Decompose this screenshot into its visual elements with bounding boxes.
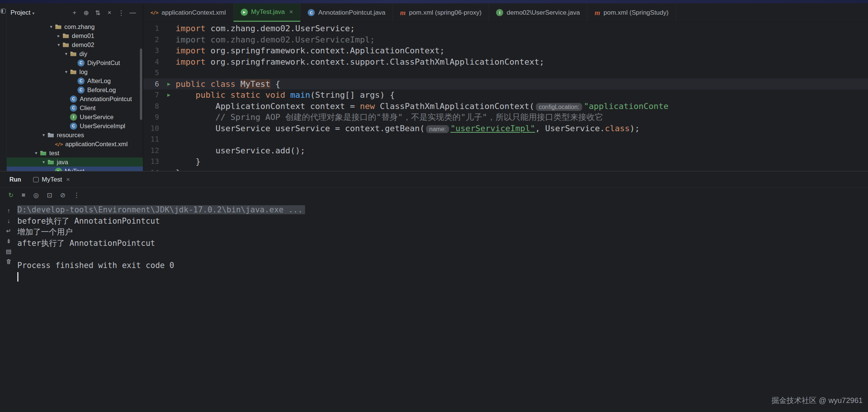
run-tab-mytest[interactable]: MyTest × <box>33 176 70 183</box>
tree-item-userservice[interactable]: IUserService <box>7 112 143 121</box>
line-number: 13 <box>143 156 162 167</box>
code-text[interactable]: import org.springframework.context.Appli… <box>176 45 445 56</box>
console-output[interactable]: D:\develop-tools\Environment\JDK\jdk-17.… <box>17 204 868 412</box>
code-line-4: 4import org.springframework.context.supp… <box>143 56 868 68</box>
gutter-spacer <box>162 56 176 68</box>
gutter-spacer <box>162 145 176 156</box>
tree-item-demo01[interactable]: ▸demo01 <box>7 31 143 40</box>
scroll-to-end-icon[interactable]: ⇟ <box>6 236 11 246</box>
tree-item-afterlog[interactable]: CAfterLog <box>7 76 143 85</box>
code-line-2: 2import com.zhang.demo02.UserServiceImpl… <box>143 34 868 45</box>
tree-item-diypointcut[interactable]: CDiyPointCut <box>7 58 143 67</box>
code-text[interactable]: } <box>176 156 200 167</box>
run-line-icon[interactable]: ▶ <box>162 89 176 101</box>
code-text[interactable]: import com.zhang.demo02.UserService; <box>176 23 355 34</box>
tree-item-log[interactable]: ▾log <box>7 67 143 76</box>
chevron-down-icon[interactable]: ▾ <box>40 159 47 165</box>
mute-icon[interactable]: ⊘ <box>60 191 65 199</box>
console-command-line: D:\develop-tools\Environment\JDK\jdk-17.… <box>17 204 868 216</box>
test-folder-icon <box>40 150 47 156</box>
close-tab-icon[interactable]: × <box>289 8 293 16</box>
editor-tab-mytest-java[interactable]: ▶MyTest.java× <box>234 3 301 22</box>
tree-item-diy[interactable]: ▾diy <box>7 49 143 58</box>
clear-all-icon[interactable] <box>6 256 12 267</box>
chevron-down-icon[interactable]: ▾ <box>62 51 70 56</box>
print-icon[interactable]: ▤ <box>6 246 11 256</box>
run-line-icon[interactable]: ▶ <box>162 79 176 90</box>
code-text[interactable]: public static void main(String[] args) { <box>176 89 395 101</box>
code-text[interactable]: userService.add(); <box>176 145 305 156</box>
rerun-icon[interactable]: ↻ <box>8 191 14 199</box>
editor-tab-demo02-userservice-java[interactable]: Idemo02\UserService.java <box>489 3 587 22</box>
soft-wrap-icon[interactable]: ↵ <box>6 226 11 236</box>
tree-item-annotationpointcut[interactable]: CAnnotationPointcut <box>7 94 143 103</box>
code-text[interactable]: ApplicationContext context = new ClassPa… <box>176 101 668 112</box>
chevron-down-icon[interactable]: ▾ <box>32 150 40 156</box>
chevron-right-icon[interactable]: ▸ <box>55 33 62 38</box>
code-text[interactable]: public class MyTest { <box>176 79 280 90</box>
code-editor[interactable]: 1import com.zhang.demo02.UserService;2im… <box>143 22 868 171</box>
maven-icon: m <box>595 9 600 16</box>
code-text[interactable]: import com.zhang.demo02.UserServiceImpl; <box>176 34 375 45</box>
tree-item-resources[interactable]: ▾resources <box>7 130 143 139</box>
chevron-down-icon[interactable]: ▾ <box>40 132 47 138</box>
collapse-all-icon[interactable]: × <box>105 9 114 17</box>
code-line-1: 1import com.zhang.demo02.UserService; <box>143 23 868 34</box>
tree-scrollbar[interactable] <box>140 48 142 120</box>
console-output-line: before执行了 AnnotationPointcut <box>17 216 868 227</box>
line-number: 8 <box>143 101 162 112</box>
more-icon[interactable]: ⋮ <box>73 191 80 199</box>
console-output-line: Process finished with exit code 0 <box>17 260 868 271</box>
tree-item-mytest[interactable]: ▶MyTest <box>7 167 143 171</box>
package-folder-icon <box>70 50 77 57</box>
scroll-down-icon[interactable]: ↓ <box>7 216 10 226</box>
code-text[interactable]: } <box>176 167 181 171</box>
class-icon: C <box>77 86 85 94</box>
code-text[interactable]: import org.springframework.context.suppo… <box>176 56 544 68</box>
code-line-12: 12 userService.add(); <box>143 145 868 156</box>
more-options-icon[interactable]: ⋮ <box>116 9 126 17</box>
code-text[interactable]: UserService userService = context.getBea… <box>176 123 640 134</box>
restore-layout-icon[interactable]: ⊡ <box>47 191 52 199</box>
stop-icon[interactable]: ■ <box>21 191 25 199</box>
resources-folder-icon <box>47 132 54 138</box>
line-number: 4 <box>143 56 162 68</box>
editor-tab-pom-xml-spring06-proxy[interactable]: mpom.xml (spring06-proxy) <box>393 3 489 22</box>
editor-tab-applicationcontext-xml[interactable]: </>applicationContext.xml <box>143 3 234 22</box>
line-number: 9 <box>143 112 162 123</box>
tree-item-java[interactable]: ▾java <box>7 158 143 167</box>
tree-item-test[interactable]: ▾test <box>7 148 143 158</box>
dump-threads-icon[interactable]: ◎ <box>33 191 39 199</box>
chevron-down-icon[interactable]: ▾ <box>55 42 62 47</box>
class-icon: C <box>70 95 77 103</box>
tab-label: pom.xml (spring06-proxy) <box>409 9 482 17</box>
project-stripe-icon[interactable] <box>1 9 6 14</box>
add-icon[interactable]: + <box>70 9 79 17</box>
run-tool-window: Run MyTest × ↻■◎⊡⊘⋮ ↑↓↵⇟▤ D:\develop-too… <box>0 171 868 412</box>
tree-item-demo02[interactable]: ▾demo02 <box>7 40 143 49</box>
editor-tab-annotationpointcut-java[interactable]: CAnnotationPointcut.java <box>300 3 393 22</box>
hide-panel-icon[interactable]: — <box>128 9 138 17</box>
chevron-down-icon[interactable]: ▾ <box>47 24 55 29</box>
chevron-down-icon[interactable]: ▾ <box>62 69 70 74</box>
tree-item-client[interactable]: CClient <box>7 103 143 112</box>
scroll-up-icon[interactable]: ↑ <box>7 206 10 216</box>
project-title[interactable]: Project <box>11 9 30 17</box>
tree-item-beforelog[interactable]: CBeforeLog <box>7 85 143 94</box>
tree-item-com-zhang[interactable]: ▾com.zhang <box>7 22 143 31</box>
chevron-down-icon[interactable]: ▾ <box>32 11 35 16</box>
locate-file-icon[interactable]: ⊕ <box>81 9 91 17</box>
package-folder-icon <box>62 32 69 39</box>
tree-item-userserviceimpl[interactable]: CUserServiceImpl <box>7 121 143 130</box>
tree-item-label: AfterLog <box>87 77 111 85</box>
class-icon: C <box>77 77 85 85</box>
run-panel-title: Run <box>9 176 21 183</box>
maven-icon: m <box>400 9 406 16</box>
code-text[interactable]: // Spring AOP 创建的代理对象是接口的"替身"，不是实现类的"儿子"… <box>176 112 603 123</box>
sort-icon[interactable]: ⇅ <box>93 9 103 17</box>
project-panel-header: Project ▾ +⊕⇅×⋮— <box>7 3 143 22</box>
close-run-tab-icon[interactable]: × <box>66 176 70 183</box>
editor-tab-pom-xml-springstudy[interactable]: mpom.xml (SpringStudy) <box>587 3 676 22</box>
tree-item-applicationcontext-xml[interactable]: </>applicationContext.xml <box>7 139 143 148</box>
gutter-spacer <box>162 134 176 145</box>
